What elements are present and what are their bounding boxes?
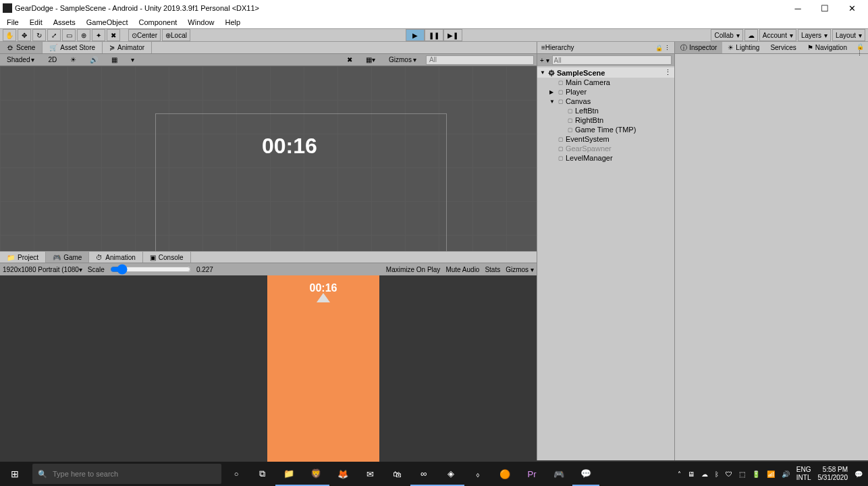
tray-up-icon[interactable]: ˄	[678, 470, 681, 478]
tab-lighting[interactable]: ☀Lighting	[722, 42, 765, 53]
hierarchy-node[interactable]: ▢ LeftBtn	[537, 106, 674, 115]
play-button[interactable]: ▶	[406, 29, 425, 41]
hierarchy-node[interactable]: ▢ RightBtn	[537, 115, 674, 125]
hierarchy-node[interactable]: ▢ LevelManager	[537, 153, 674, 163]
tab-inspector[interactable]: ⓘInspector	[675, 42, 722, 53]
cloud-button[interactable]: ☁	[744, 29, 758, 41]
custom-tool-2[interactable]: ✖	[107, 29, 120, 41]
app-blender-icon[interactable]: 🟠	[491, 462, 518, 486]
tray-volume-icon[interactable]: 🔊	[782, 470, 790, 478]
collab-dropdown[interactable]: Collab ▾	[711, 29, 742, 41]
2d-toggle[interactable]: 2D	[44, 56, 61, 63]
rotate-tool[interactable]: ↻	[32, 29, 46, 41]
tab-scene[interactable]: ⯐Scene	[0, 42, 43, 53]
tab-animation[interactable]: ⏱Animation	[89, 252, 142, 263]
hierarchy-node[interactable]: ▢ EventSystem	[537, 134, 674, 144]
light-toggle[interactable]: ☀	[66, 56, 80, 63]
app-unity-icon[interactable]: ◈	[437, 462, 464, 486]
game-gizmos-dropdown[interactable]: Gizmos ▾	[506, 266, 534, 273]
hierarchy-node[interactable]: ▼▢ Canvas	[537, 97, 674, 106]
menu-window[interactable]: Window	[184, 18, 218, 26]
tab-asset-store[interactable]: 🛒Asset Store	[43, 42, 103, 53]
pause-button[interactable]: ❚❚	[425, 29, 443, 41]
account-dropdown[interactable]: Account ▾	[759, 29, 796, 41]
gizmo-dropdown-1[interactable]: ▦▾	[362, 56, 379, 63]
menu-file[interactable]: File	[3, 18, 23, 26]
pivot-toggle[interactable]: ⊙Center	[128, 29, 161, 41]
cortana-icon[interactable]: ○	[224, 462, 248, 486]
rect-tool[interactable]: ▭	[62, 29, 76, 41]
maximize-on-play[interactable]: Maximize On Play	[386, 266, 441, 273]
tray-app-icon[interactable]: ⬚	[739, 470, 745, 478]
app-discord-icon[interactable]: 💬	[572, 462, 599, 486]
app-store-icon[interactable]: 🛍	[383, 462, 410, 486]
lock-icon[interactable]: 🔒 ⋮	[655, 45, 671, 51]
app-mail-icon[interactable]: ✉	[356, 462, 383, 486]
app-vscode-icon[interactable]: ⬨	[464, 462, 491, 486]
shading-mode-dropdown[interactable]: Shaded ▾	[3, 56, 38, 63]
scene-view[interactable]: 00:16	[0, 66, 537, 251]
audio-toggle[interactable]: 🔊	[86, 56, 102, 63]
tab-services[interactable]: Services	[765, 42, 801, 53]
tab-project[interactable]: 📁Project	[0, 252, 46, 263]
taskbar-search[interactable]: 🔍 Type here to search	[32, 464, 221, 484]
scene-search[interactable]	[426, 55, 534, 65]
layers-dropdown[interactable]: Layers ▾	[798, 29, 831, 41]
tab-game[interactable]: 🎮Game	[46, 252, 89, 263]
task-view-icon[interactable]: ⧉	[248, 462, 275, 486]
create-dropdown[interactable]: + ▾	[540, 57, 549, 64]
app-premiere-icon[interactable]: Pr	[518, 462, 545, 486]
fx-dropdown[interactable]: ▾	[127, 56, 138, 63]
tray-gpu-icon[interactable]: 🖥	[688, 470, 695, 478]
tab-console[interactable]: ▣Console	[143, 252, 191, 263]
hierarchy-search-input[interactable]	[552, 55, 672, 65]
game-view[interactable]: 00:16	[0, 275, 537, 460]
tab-navigation[interactable]: ⚑Navigation	[802, 42, 852, 53]
menu-help[interactable]: Help	[221, 18, 244, 26]
menu-component[interactable]: Component	[134, 18, 181, 26]
tray-onedrive-icon[interactable]: ☁	[701, 470, 708, 478]
start-button[interactable]: ⊞	[0, 462, 30, 486]
tray-notifications-icon[interactable]: 💬	[855, 470, 863, 478]
mute-audio[interactable]: Mute Audio	[445, 266, 479, 273]
tray-bluetooth-icon[interactable]: ᛒ	[715, 470, 719, 478]
transform-tool[interactable]: ⊕	[77, 29, 90, 41]
menu-gameobject[interactable]: GameObject	[82, 18, 132, 26]
tray-clock[interactable]: 5:58 PM5/31/2020	[818, 466, 848, 482]
layout-dropdown[interactable]: Layout ▾	[832, 29, 865, 41]
hand-tool[interactable]: ✋	[3, 29, 16, 41]
tab-animator[interactable]: ≽Animator	[103, 42, 152, 53]
close-button[interactable]: ✕	[838, 1, 865, 15]
inspector-lock-icon[interactable]: 🔒 ⋮	[852, 42, 868, 53]
scale-tool[interactable]: ⤢	[47, 29, 61, 41]
hierarchy-node[interactable]: ▢ GearSpawner	[537, 144, 674, 153]
display-dropdown[interactable]: 1920x1080 Portrait (1080▾	[3, 266, 82, 273]
custom-tool[interactable]: ✦	[92, 29, 105, 41]
gizmo-camera[interactable]: ✖	[343, 56, 356, 63]
app-firefox-icon[interactable]: 🦊	[329, 462, 356, 486]
app-brave-icon[interactable]: 🦁	[302, 462, 329, 486]
minimize-button[interactable]: ─	[784, 1, 811, 15]
menu-edit[interactable]: Edit	[26, 18, 47, 26]
app-explorer-icon[interactable]: 📁	[275, 462, 302, 486]
app-visualstudio-icon[interactable]: ∞	[410, 462, 437, 486]
app-game-icon[interactable]: 🎮	[545, 462, 572, 486]
hierarchy-node[interactable]: ▢ Game Time (TMP)	[537, 125, 674, 134]
scale-slider[interactable]	[110, 264, 191, 275]
hierarchy-node[interactable]: ▢ Main Camera	[537, 78, 674, 87]
tray-security-icon[interactable]: 🛡	[726, 470, 732, 478]
stats-toggle[interactable]: Stats	[485, 266, 500, 273]
tray-lang[interactable]: ENGINTL	[796, 466, 811, 482]
gizmos-dropdown[interactable]: Gizmos ▾	[385, 56, 421, 63]
tray-wifi-icon[interactable]: 📶	[767, 470, 775, 478]
scene-root-node[interactable]: ▼⯐ SampleScene ⋮	[537, 68, 674, 78]
move-tool[interactable]: ✥	[18, 29, 31, 41]
menubar: File Edit Assets GameObject Component Wi…	[0, 16, 868, 28]
tray-battery-icon[interactable]: 🔋	[752, 470, 760, 478]
hierarchy-node[interactable]: ▶▢ Player	[537, 87, 674, 97]
space-toggle[interactable]: ⊕Local	[162, 29, 190, 41]
maximize-button[interactable]: ☐	[811, 1, 838, 15]
fx-toggle[interactable]: ▦	[107, 56, 121, 63]
menu-assets[interactable]: Assets	[49, 18, 80, 26]
step-button[interactable]: ▶❚	[443, 29, 462, 41]
